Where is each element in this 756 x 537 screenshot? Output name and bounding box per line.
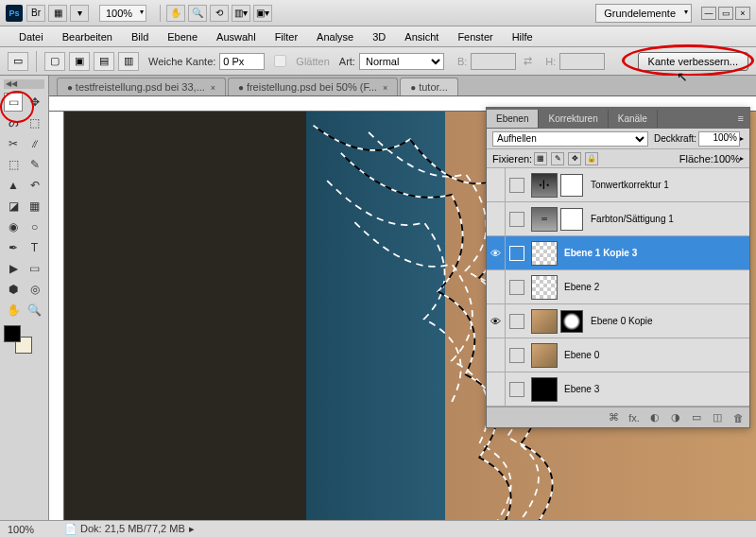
layer-thumb[interactable]: ▪┃▪ — [531, 173, 558, 198]
menu-auswahl[interactable]: Auswahl — [207, 28, 266, 45]
visibility-toggle[interactable] — [487, 338, 506, 372]
layer-row[interactable]: 👁Ebene 0 Kopie — [487, 304, 749, 338]
layer-thumb[interactable] — [531, 275, 558, 300]
workspace-dropdown[interactable]: Grundelemente — [595, 4, 692, 23]
new-layer-icon[interactable]: ◫ — [710, 411, 725, 424]
menu-filter[interactable]: Filter — [266, 28, 307, 45]
rotate-view-shortcut[interactable]: ⟲ — [210, 5, 229, 22]
layer-row[interactable]: ═Farbton/Sättigung 1 — [487, 202, 749, 236]
tool-preset-icon[interactable]: ▭ — [8, 52, 28, 71]
pen-tool[interactable]: ✒ — [4, 238, 23, 257]
layer-row[interactable]: Ebene 3 — [487, 372, 749, 407]
restore-button[interactable]: ▭ — [718, 7, 733, 20]
visibility-toggle[interactable] — [487, 270, 506, 304]
visibility-toggle[interactable] — [487, 202, 506, 236]
dodge-tool[interactable]: ○ — [26, 217, 44, 236]
layer-thumb[interactable]: ═ — [531, 207, 558, 232]
arrange-docs-button[interactable]: ▥▾ — [232, 5, 250, 22]
zoom-dropdown[interactable]: 100% — [99, 5, 146, 22]
layer-name[interactable]: Ebene 1 Kopie 3 — [560, 248, 749, 258]
eraser-tool[interactable]: ◪ — [4, 197, 23, 216]
3d-tool[interactable]: ⬢ — [4, 280, 23, 299]
screen-mode-button[interactable]: ▣▾ — [253, 5, 272, 22]
fill-value[interactable]: 100% — [713, 153, 740, 165]
doc-tab-0[interactable]: ● testfreistellung.psd bei 33,...× — [57, 78, 226, 95]
adjustment-icon[interactable]: ◑ — [668, 411, 683, 424]
stamp-tool[interactable]: ▲ — [4, 176, 23, 195]
quick-select-tool[interactable]: ⬚ — [26, 113, 44, 132]
layer-thumb[interactable] — [531, 377, 558, 402]
layer-mask[interactable] — [560, 174, 583, 197]
panel-menu-icon[interactable]: ≡ — [732, 113, 749, 124]
layer-name[interactable]: Tonwertkorrektur 1 — [587, 180, 749, 190]
layer-name[interactable]: Ebene 2 — [560, 282, 749, 292]
layer-thumb[interactable] — [531, 241, 558, 266]
opacity-value[interactable]: 100% — [698, 131, 740, 147]
close-icon[interactable]: × — [383, 83, 387, 93]
status-zoom[interactable]: 100% — [8, 524, 64, 535]
layer-thumb[interactable] — [531, 343, 558, 368]
view-extras-button[interactable]: ▾ — [70, 5, 89, 22]
link-layers-icon[interactable]: ⌘ — [606, 411, 621, 424]
refine-edge-button[interactable]: Kante verbessern... — [638, 52, 748, 71]
delete-icon[interactable]: 🗑 — [730, 412, 746, 424]
zoom-tool[interactable]: 🔍 — [26, 301, 44, 320]
mask-icon[interactable]: ◐ — [647, 411, 662, 424]
eyedropper-tool[interactable]: ⫽ — [26, 134, 44, 153]
lock-transparent-icon[interactable]: ▦ — [534, 152, 547, 165]
mode-select[interactable]: Normal — [359, 53, 444, 70]
layer-name[interactable]: Ebene 0 Kopie — [587, 316, 749, 326]
blur-tool[interactable]: ◉ — [4, 217, 23, 236]
menu-ansicht[interactable]: Ansicht — [395, 28, 448, 45]
menu-bearbeiten[interactable]: Bearbeiten — [53, 28, 122, 45]
status-doc-info[interactable]: 📄 Dok: 21,5 MB/77,2 MB — [64, 523, 185, 535]
doc-tab-2[interactable]: ● tutor... — [400, 78, 457, 95]
lock-all-icon[interactable]: 🔒 — [585, 152, 598, 165]
menu-datei[interactable]: Datei — [9, 28, 53, 45]
crop-tool[interactable]: ✂ — [4, 134, 23, 153]
mini-bridge-button[interactable]: ▦ — [48, 5, 67, 22]
layer-mask[interactable] — [560, 310, 583, 333]
path-select-tool[interactable]: ▶ — [4, 259, 23, 278]
tab-kanaele[interactable]: Kanäle — [609, 110, 658, 128]
type-tool[interactable]: T — [26, 238, 44, 257]
selection-new-icon[interactable]: ▢ — [44, 52, 65, 71]
layer-row[interactable]: 👁Ebene 1 Kopie 3 — [487, 236, 749, 270]
menu-ebene[interactable]: Ebene — [158, 28, 207, 45]
menu-bild[interactable]: Bild — [122, 28, 158, 45]
tab-korrekturen[interactable]: Korrekturen — [539, 110, 608, 128]
selection-intersect-icon[interactable]: ▥ — [118, 52, 139, 71]
visibility-toggle[interactable] — [487, 372, 506, 407]
minimize-button[interactable]: — — [701, 7, 716, 20]
menu-analyse[interactable]: Analyse — [307, 28, 363, 45]
menu-3d[interactable]: 3D — [363, 28, 395, 45]
layer-name[interactable]: Ebene 0 — [560, 350, 749, 360]
shape-tool[interactable]: ▭ — [26, 259, 44, 278]
layer-row[interactable]: Ebene 2 — [487, 270, 749, 304]
layer-mask[interactable] — [560, 208, 583, 231]
bridge-button[interactable]: Br — [26, 5, 45, 22]
menu-fenster[interactable]: Fenster — [448, 28, 502, 45]
history-brush-tool[interactable]: ↶ — [26, 176, 44, 195]
layer-thumb[interactable] — [531, 309, 558, 334]
hand-tool-shortcut[interactable]: ✋ — [166, 5, 185, 22]
color-swatches[interactable] — [4, 325, 32, 354]
doc-tab-1[interactable]: ● freistellung.psd bei 50% (F...× — [228, 78, 398, 95]
gradient-tool[interactable]: ▦ — [26, 197, 44, 216]
close-button[interactable]: × — [735, 7, 750, 20]
tab-ebenen[interactable]: Ebenen — [487, 110, 539, 128]
feather-input[interactable] — [219, 53, 265, 70]
lock-pixels-icon[interactable]: ✎ — [551, 152, 564, 165]
blend-mode-select[interactable]: Aufhellen — [492, 131, 648, 147]
hand-tool[interactable]: ✋ — [4, 301, 23, 320]
close-icon[interactable]: × — [211, 83, 215, 93]
layer-name[interactable]: Farbton/Sättigung 1 — [587, 214, 749, 224]
foreground-color[interactable] — [4, 325, 21, 342]
menu-hilfe[interactable]: Hilfe — [503, 28, 542, 45]
selection-subtract-icon[interactable]: ▤ — [94, 52, 114, 71]
collapse-icon[interactable]: ◀◀ — [4, 79, 44, 89]
layer-row[interactable]: ▪┃▪Tonwertkorrektur 1 — [487, 168, 749, 202]
group-icon[interactable]: ▭ — [689, 411, 704, 424]
marquee-tool[interactable]: ▭ — [4, 93, 23, 112]
visibility-toggle[interactable]: 👁 — [487, 236, 506, 270]
